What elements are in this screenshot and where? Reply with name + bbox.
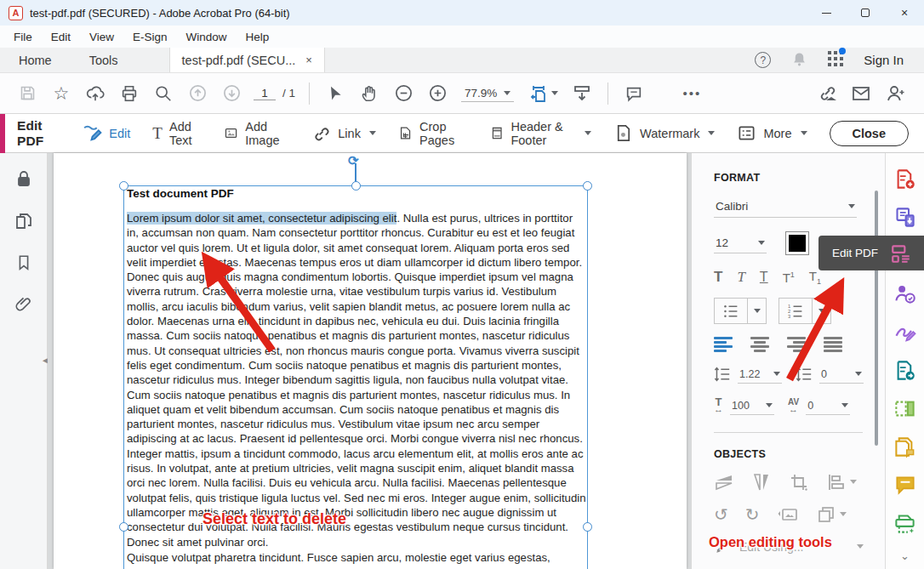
edit-tool-button[interactable]: Edit — [81, 122, 130, 144]
selection-handle-middle-left[interactable] — [119, 522, 128, 532]
panel-scrollbar[interactable] — [875, 191, 878, 446]
bold-button[interactable]: T — [714, 269, 722, 286]
star-favorite-icon[interactable]: ☆ — [44, 78, 78, 109]
selected-text-highlight[interactable]: Lorem ipsum dolor sit amet, consectetur … — [127, 212, 396, 225]
superscript-button[interactable]: T1 — [783, 270, 795, 285]
numbered-list-button[interactable]: 123 — [779, 299, 812, 323]
scan-ocr-icon[interactable] — [886, 511, 924, 535]
replace-image-icon[interactable] — [777, 504, 799, 525]
tab-close-icon[interactable]: × — [305, 54, 312, 66]
menu-window[interactable]: Window — [186, 31, 227, 43]
sign-in-button[interactable]: Sign In — [864, 53, 904, 67]
rotate-clockwise-icon[interactable]: ↻ — [745, 504, 760, 525]
bookmarks-icon[interactable] — [14, 253, 33, 272]
reading-mode-icon[interactable] — [565, 78, 599, 109]
numbered-list-dropdown[interactable] — [812, 299, 830, 323]
minimize-button[interactable] — [807, 0, 846, 26]
selection-handle-middle-right[interactable] — [583, 522, 592, 532]
line-spacing-select[interactable]: 1.22 — [738, 366, 782, 384]
bullet-list-dropdown[interactable] — [747, 299, 766, 323]
hand-pan-icon[interactable] — [352, 78, 386, 109]
underline-button[interactable]: T — [760, 270, 768, 285]
menu-file[interactable]: File — [14, 31, 32, 43]
maximize-button[interactable] — [846, 0, 885, 26]
page-thumbnails-icon[interactable] — [14, 211, 34, 231]
link-button[interactable]: Link — [311, 123, 376, 143]
comment-tool-icon[interactable] — [886, 473, 924, 497]
export-pdf-icon[interactable] — [886, 205, 924, 229]
arrange-objects-icon[interactable] — [816, 504, 847, 525]
more-tools-icon[interactable]: ••• — [675, 78, 709, 109]
fill-sign-link-icon[interactable] — [810, 78, 844, 109]
tab-home[interactable]: Home — [0, 48, 71, 72]
document-viewport[interactable]: ⟳ Test document PDF Lorem ipsum dolor si… — [48, 153, 691, 569]
create-pdf-icon[interactable] — [886, 167, 924, 191]
combine-files-icon[interactable] — [886, 435, 924, 458]
rotate-handle-icon[interactable]: ⟳ — [348, 153, 362, 166]
menu-edit[interactable]: Edit — [51, 31, 71, 43]
comment-icon[interactable] — [617, 78, 651, 109]
tools-rail: ⌄ — [885, 153, 924, 569]
close-window-button[interactable]: × — [885, 0, 924, 26]
selection-handle-top-left[interactable] — [119, 181, 128, 191]
notifications-bell-icon[interactable] — [791, 51, 807, 70]
more-button[interactable]: More — [737, 123, 807, 143]
paragraph-spacing-select[interactable]: 0 — [819, 366, 864, 384]
zoom-in-icon[interactable] — [420, 78, 454, 109]
send-email-icon[interactable] — [844, 78, 878, 109]
tab-tools[interactable]: Tools — [71, 48, 137, 72]
document-text[interactable]: Test document PDF Lorem ipsum dolor sit … — [127, 187, 586, 565]
tab-document[interactable]: test-pdf.pdf (SECU... × — [169, 48, 325, 72]
header-footer-button[interactable]: Header & Footer — [490, 120, 591, 147]
align-left-button[interactable] — [714, 337, 733, 352]
align-justify-button[interactable] — [824, 337, 842, 352]
zoom-level-select[interactable]: 77.9% — [461, 85, 514, 102]
horizontal-scale-value: 100 — [732, 400, 750, 412]
menu-esign[interactable]: E-Sign — [133, 31, 168, 43]
apps-grid-icon[interactable] — [828, 51, 843, 69]
font-size-select[interactable]: 12 — [714, 233, 767, 253]
request-signatures-icon[interactable] — [886, 282, 924, 305]
menu-view[interactable]: View — [89, 31, 114, 43]
flip-vertical-icon[interactable] — [714, 472, 734, 492]
security-lock-icon[interactable] — [14, 168, 34, 189]
pdf-page[interactable]: ⟳ Test document PDF Lorem ipsum dolor si… — [54, 153, 687, 569]
bullet-list-button[interactable] — [715, 299, 747, 323]
save-icon — [10, 78, 44, 109]
edit-pdf-icon[interactable] — [890, 242, 912, 265]
organize-pages-icon[interactable] — [886, 396, 924, 420]
attachments-paperclip-icon[interactable] — [14, 294, 33, 314]
menu-help[interactable]: Help — [246, 31, 270, 43]
add-text-button[interactable]: T Add Text — [152, 120, 202, 147]
zoom-out-icon[interactable] — [386, 78, 420, 109]
print-icon[interactable] — [112, 78, 146, 109]
subscript-button[interactable]: T1 — [809, 269, 821, 286]
italic-button[interactable]: T — [737, 269, 744, 286]
crop-object-icon[interactable] — [789, 472, 809, 492]
flip-horizontal-icon[interactable] — [751, 472, 772, 492]
horizontal-scale-select[interactable]: 100 — [730, 397, 774, 415]
share-upload-icon[interactable] — [78, 78, 112, 109]
align-center-button[interactable] — [750, 337, 769, 352]
send-for-review-icon[interactable] — [886, 358, 924, 382]
close-edit-pdf-button[interactable]: Close — [830, 121, 910, 146]
share-with-person-icon[interactable] — [878, 78, 912, 109]
fill-and-sign-icon[interactable] — [886, 320, 924, 344]
watermark-button[interactable]: Watermark — [613, 123, 715, 143]
page-number-input[interactable] — [254, 87, 276, 100]
help-icon[interactable]: ? — [755, 52, 771, 68]
select-cursor-icon[interactable] — [318, 78, 352, 109]
rotate-counterclockwise-icon[interactable]: ↺ — [714, 504, 728, 525]
align-right-button[interactable] — [787, 337, 806, 352]
font-family-select[interactable]: Calibri — [714, 196, 857, 218]
add-image-button[interactable]: Add Image — [224, 120, 289, 147]
align-objects-icon[interactable] — [826, 472, 857, 492]
selection-handle-top-right[interactable] — [583, 181, 592, 191]
character-spacing-select[interactable]: 0 — [806, 397, 850, 415]
selection-handle-top-center[interactable] — [351, 181, 361, 191]
font-color-swatch[interactable] — [785, 231, 809, 255]
search-icon[interactable] — [146, 78, 180, 109]
fit-width-icon[interactable] — [521, 78, 565, 109]
more-tools-chevron-icon[interactable]: ⌄ — [900, 549, 910, 562]
crop-pages-button[interactable]: Crop Pages — [398, 120, 468, 147]
